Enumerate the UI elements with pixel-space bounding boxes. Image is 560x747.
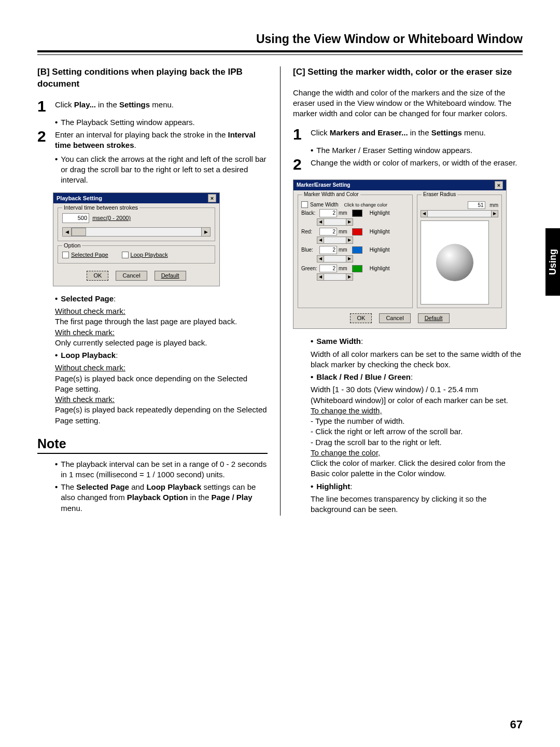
blue-highlight-checkbox[interactable]: Highlight bbox=[368, 246, 390, 254]
black-scrollbar[interactable]: ◀▶ bbox=[317, 218, 353, 226]
group-label: Marker Width and Color bbox=[302, 191, 360, 198]
eraser-circle-icon bbox=[436, 244, 473, 281]
black-color-swatch[interactable] bbox=[352, 210, 362, 217]
red-color-swatch[interactable] bbox=[352, 228, 362, 236]
bullet: Black / Red / Blue / Green: bbox=[311, 372, 523, 382]
rule bbox=[37, 50, 523, 52]
bullet: Loop Playback: bbox=[55, 350, 268, 361]
green-width-input[interactable]: 2 bbox=[319, 265, 337, 273]
red-width-input[interactable]: 2 bbox=[319, 228, 337, 236]
playback-setting-dialog: Playback Setting × Interval time between… bbox=[53, 192, 220, 286]
section-b-heading: [B] Setting conditions when playing back… bbox=[37, 66, 268, 90]
bullet: Selected Page: bbox=[55, 294, 268, 304]
green-color-swatch[interactable] bbox=[352, 265, 362, 272]
eraser-scrollbar[interactable]: ◀▶ bbox=[421, 210, 498, 217]
label-blue: Blue: bbox=[301, 246, 318, 254]
text: The first page through the last page are… bbox=[55, 316, 268, 327]
step-text: Click Play... in the Settings menu. bbox=[55, 100, 268, 110]
bullet: Same Width: bbox=[311, 336, 523, 347]
bullet: Highlight: bbox=[311, 481, 523, 492]
label-green: Green: bbox=[301, 265, 318, 272]
text: Only currently selected page is played b… bbox=[55, 338, 268, 348]
page-title: Using the View Window or Whiteboard Wind… bbox=[37, 31, 523, 47]
click-color-label: Click to change color bbox=[344, 202, 387, 208]
eraser-preview bbox=[421, 220, 489, 305]
text: With check mark: bbox=[55, 328, 115, 337]
interval-input[interactable]: 500 bbox=[62, 213, 89, 223]
black-width-input[interactable]: 2 bbox=[319, 209, 337, 217]
red-scrollbar[interactable]: ◀▶ bbox=[317, 237, 353, 244]
loop-playback-checkbox[interactable]: Loop Playback bbox=[122, 251, 168, 259]
text: Page(s) is played back once depending on… bbox=[55, 374, 268, 395]
label-red: Red: bbox=[301, 228, 318, 236]
rule bbox=[37, 54, 523, 55]
arrow-left-icon[interactable]: ◀ bbox=[62, 227, 72, 237]
bullet: The Marker / Eraser Setting window appea… bbox=[311, 145, 523, 156]
red-highlight-checkbox[interactable]: Highlight bbox=[368, 228, 390, 236]
text: Page(s) is played back repeatedly depend… bbox=[55, 405, 268, 426]
text: Width of all color markers can be set to… bbox=[311, 349, 523, 370]
green-highlight-checkbox[interactable]: Highlight bbox=[368, 265, 390, 272]
ok-button[interactable]: OK bbox=[87, 271, 108, 281]
text: Width [1 - 30 dots (View window) / 0.1 -… bbox=[311, 384, 523, 406]
group-label: Option bbox=[62, 242, 82, 250]
ok-button[interactable]: OK bbox=[350, 313, 372, 323]
green-scrollbar[interactable]: ◀▶ bbox=[317, 273, 353, 281]
text: To change the width, bbox=[311, 406, 382, 415]
text: Without check mark: bbox=[55, 363, 125, 372]
bullet: You can click the arrows at the right an… bbox=[55, 154, 268, 186]
text: Click the color of marker. Click the des… bbox=[311, 458, 523, 479]
step-number: 1 bbox=[37, 99, 55, 114]
close-icon[interactable]: × bbox=[495, 181, 503, 189]
text: Without check mark: bbox=[55, 307, 125, 315]
text: - Type the number of width. bbox=[311, 416, 523, 426]
blue-scrollbar[interactable]: ◀▶ bbox=[317, 255, 353, 262]
step-number: 1 bbox=[293, 127, 311, 142]
text: - Drag the scroll bar to the right or le… bbox=[311, 437, 523, 448]
black-highlight-checkbox[interactable]: Highlight bbox=[368, 210, 390, 217]
step-text: Change the width or color of markers, or… bbox=[311, 158, 523, 168]
bullet: The Selected Page and Loop Playback sett… bbox=[55, 482, 268, 514]
step-number: 2 bbox=[37, 129, 55, 144]
default-button[interactable]: Default bbox=[155, 271, 186, 281]
same-width-checkbox[interactable]: Same Width bbox=[301, 201, 338, 209]
note-heading: Note bbox=[37, 435, 268, 454]
marker-eraser-dialog: Marker/Eraser Setting × Marker Width and… bbox=[293, 179, 507, 329]
close-icon[interactable]: × bbox=[208, 194, 216, 202]
section-c-heading: [C] Setting the marker width, color or t… bbox=[293, 66, 523, 78]
selected-page-checkbox[interactable]: Selected Page bbox=[62, 251, 108, 259]
interval-scrollbar[interactable]: ◀ ▶ bbox=[62, 227, 211, 237]
unit-label: msec(0 - 2000) bbox=[92, 215, 131, 221]
group-label: Eraser Radius bbox=[422, 191, 457, 198]
bullet: The playback interval can be set in a ra… bbox=[55, 459, 268, 480]
side-tab: Using bbox=[545, 228, 560, 296]
default-button[interactable]: Default bbox=[418, 313, 450, 323]
text: With check mark: bbox=[55, 395, 115, 404]
cancel-button[interactable]: Cancel bbox=[116, 271, 147, 281]
cancel-button[interactable]: Cancel bbox=[379, 313, 410, 323]
text: The line becomes transparency by clickin… bbox=[311, 494, 523, 515]
label-black: Black: bbox=[301, 210, 318, 217]
dialog-title: Playback Setting bbox=[57, 195, 102, 202]
bullet: The Playback Setting window appears. bbox=[55, 117, 268, 128]
text: - Click the right or left arrow of the s… bbox=[311, 426, 523, 437]
arrow-right-icon[interactable]: ▶ bbox=[201, 227, 211, 237]
dialog-title: Marker/Eraser Setting bbox=[297, 182, 350, 189]
text: To change the color, bbox=[311, 448, 380, 457]
step-number: 2 bbox=[293, 157, 311, 172]
blue-color-swatch[interactable] bbox=[352, 246, 362, 254]
intro-text: Change the width and color of the marker… bbox=[293, 88, 523, 119]
group-label: Interval time between strokes bbox=[62, 204, 139, 212]
eraser-radius-input[interactable]: 51 bbox=[468, 201, 485, 210]
step-text: Enter an interval for playing back the s… bbox=[55, 130, 268, 151]
step-text: Click Markers and Eraser... in the Setti… bbox=[311, 128, 523, 138]
page-number: 67 bbox=[510, 717, 523, 732]
blue-width-input[interactable]: 2 bbox=[319, 246, 337, 254]
